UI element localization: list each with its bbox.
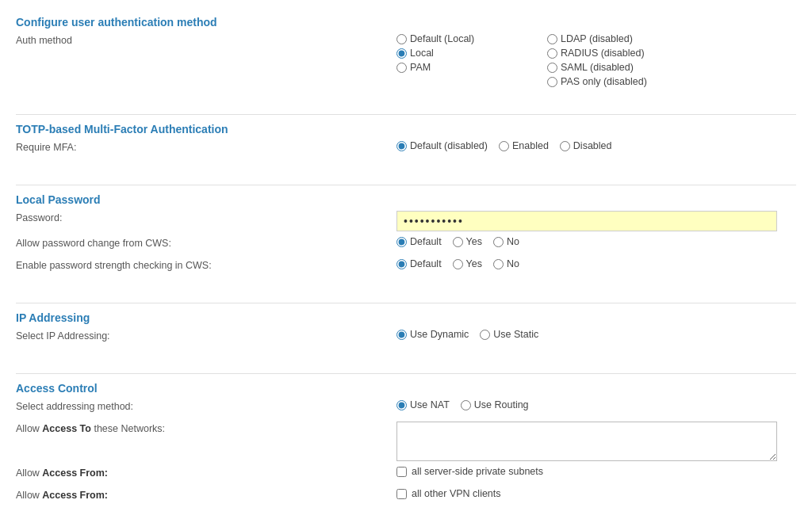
routing-radio[interactable]: [461, 400, 471, 410]
totp-option-enabled[interactable]: Enabled: [499, 140, 549, 151]
auth-option-local[interactable]: Local: [396, 48, 539, 59]
allow-change-no[interactable]: No: [493, 236, 519, 247]
access-from-check2-label: all other VPN clients: [412, 488, 501, 499]
auth-radio-pam[interactable]: [396, 63, 407, 73]
strength-radio-yes[interactable]: [453, 259, 463, 269]
allow-change-default[interactable]: Default: [396, 236, 442, 247]
auth-radio-saml[interactable]: [547, 63, 557, 73]
auth-method-row: Auth method Default (Local) LDAP (disabl…: [16, 33, 796, 87]
strength-radio-default[interactable]: [396, 259, 407, 269]
totp-option-default[interactable]: Default (disabled): [396, 140, 488, 151]
password-input[interactable]: [396, 211, 777, 231]
local-password-title: Local Password: [16, 193, 101, 206]
ip-radio-static[interactable]: [480, 330, 490, 340]
addressing-method-row: Select addressing method: Use NAT Use Ro…: [16, 399, 796, 417]
auth-radio-radius[interactable]: [547, 48, 557, 59]
auth-title: Configure user authentication method: [16, 16, 217, 29]
access-from-checkbox-1[interactable]: [396, 467, 407, 477]
ip-dynamic-option[interactable]: Use Dynamic: [396, 329, 469, 340]
totp-label-enabled: Enabled: [512, 140, 549, 151]
auth-option-pas[interactable]: PAS only (disabled): [547, 76, 690, 87]
addressing-method-label: Select addressing method:: [16, 399, 396, 412]
access-from-row-1: Allow Access From: all server-side priva…: [16, 466, 796, 483]
strength-no[interactable]: No: [493, 258, 519, 269]
strength-label-yes: Yes: [466, 258, 482, 269]
auth-method-label: Auth method: [16, 33, 396, 46]
strength-label: Enable password strength checking in CWS…: [16, 258, 396, 271]
auth-label-ldap: LDAP (disabled): [561, 33, 633, 44]
auth-option-saml[interactable]: SAML (disabled): [547, 62, 690, 73]
allow-change-label-yes: Yes: [466, 236, 482, 247]
access-from-check1-label: all server-side private subnets: [412, 466, 543, 477]
auth-option-pam[interactable]: PAM: [396, 62, 539, 73]
totp-radio-disabled[interactable]: [560, 141, 570, 151]
auth-label-pas: PAS only (disabled): [561, 76, 647, 87]
password-row: Password:: [16, 211, 796, 231]
access-from-control-1: all server-side private subnets: [396, 466, 796, 477]
auth-radio-pas[interactable]: [547, 77, 557, 87]
divider-1: [16, 114, 796, 115]
allow-change-radio-default[interactable]: [396, 237, 407, 247]
auth-option-ldap[interactable]: LDAP (disabled): [547, 33, 690, 44]
auth-option-radius[interactable]: RADIUS (disabled): [547, 48, 690, 59]
ip-radio-dynamic[interactable]: [396, 330, 407, 340]
totp-controls: Default (disabled) Enabled Disabled: [396, 140, 796, 151]
totp-radio-default[interactable]: [396, 141, 407, 151]
allow-change-label-no: No: [507, 236, 519, 247]
allow-change-radio-no[interactable]: [493, 237, 504, 247]
nat-option[interactable]: Use NAT: [396, 399, 450, 410]
totp-label-default: Default (disabled): [410, 140, 488, 151]
strength-radio-no[interactable]: [493, 259, 504, 269]
ip-static-option[interactable]: Use Static: [480, 329, 538, 340]
totp-radio-group: Default (disabled) Enabled Disabled: [396, 140, 611, 151]
totp-section: TOTP-based Multi-Factor Authentication R…: [16, 123, 796, 170]
routing-option[interactable]: Use Routing: [461, 399, 529, 410]
ip-addressing-section: IP Addressing Select IP Addressing: Use …: [16, 311, 796, 359]
access-control-section: Access Control Select addressing method:…: [16, 382, 796, 518]
access-to-textarea[interactable]: [396, 422, 777, 461]
strength-controls: Default Yes No: [396, 258, 796, 269]
totp-radio-enabled[interactable]: [499, 141, 509, 151]
ip-addressing-label: Select IP Addressing:: [16, 329, 396, 342]
addressing-method-radio-group: Use NAT Use Routing: [396, 399, 529, 410]
auth-label-pam: PAM: [410, 62, 431, 73]
strength-yes[interactable]: Yes: [453, 258, 482, 269]
divider-3: [16, 303, 796, 303]
totp-option-disabled[interactable]: Disabled: [560, 140, 612, 151]
password-label: Password:: [16, 211, 396, 223]
addressing-method-controls: Use NAT Use Routing: [396, 399, 796, 410]
auth-section: Configure user authentication method Aut…: [16, 16, 796, 100]
access-from-check-1[interactable]: all server-side private subnets: [396, 466, 543, 477]
auth-method-controls: Default (Local) LDAP (disabled) Local RA…: [396, 33, 796, 87]
access-from-checkbox-2[interactable]: [396, 489, 407, 499]
access-to-label: Allow Access To these Networks:: [16, 422, 396, 434]
allow-change-radio-yes[interactable]: [453, 237, 463, 247]
access-control-title: Access Control: [16, 382, 98, 395]
auth-radio-ldap[interactable]: [547, 34, 557, 44]
auth-radio-default-local[interactable]: [396, 34, 407, 44]
access-from-control-2: all other VPN clients: [396, 488, 796, 499]
local-password-section: Local Password Password: Allow password …: [16, 193, 796, 288]
strength-label-no: No: [507, 258, 519, 269]
auth-option-default-local[interactable]: Default (Local): [396, 33, 539, 44]
auth-radio-local[interactable]: [396, 48, 407, 59]
allow-change-row: Allow password change from CWS: Default …: [16, 236, 796, 254]
auth-label-radius: RADIUS (disabled): [561, 48, 645, 59]
auth-radio-group: Default (Local) LDAP (disabled) Local RA…: [396, 33, 690, 87]
nat-radio[interactable]: [396, 400, 407, 410]
allow-change-yes[interactable]: Yes: [453, 236, 482, 247]
totp-label-disabled: Disabled: [573, 140, 612, 151]
totp-label: Require MFA:: [16, 140, 396, 153]
divider-4: [16, 373, 796, 374]
access-from-check-2[interactable]: all other VPN clients: [396, 488, 501, 499]
allow-change-label-default: Default: [410, 236, 442, 247]
access-from-label-2: Allow Access From:: [16, 488, 396, 501]
strength-radio-group: Default Yes No: [396, 258, 519, 269]
ip-addressing-row: Select IP Addressing: Use Dynamic Use St…: [16, 329, 796, 346]
ip-addressing-controls: Use Dynamic Use Static: [396, 329, 796, 340]
routing-label: Use Routing: [474, 399, 529, 410]
strength-default[interactable]: Default: [396, 258, 442, 269]
ip-label-dynamic: Use Dynamic: [410, 329, 469, 340]
strength-row: Enable password strength checking in CWS…: [16, 258, 796, 276]
ip-addressing-title: IP Addressing: [16, 311, 90, 324]
